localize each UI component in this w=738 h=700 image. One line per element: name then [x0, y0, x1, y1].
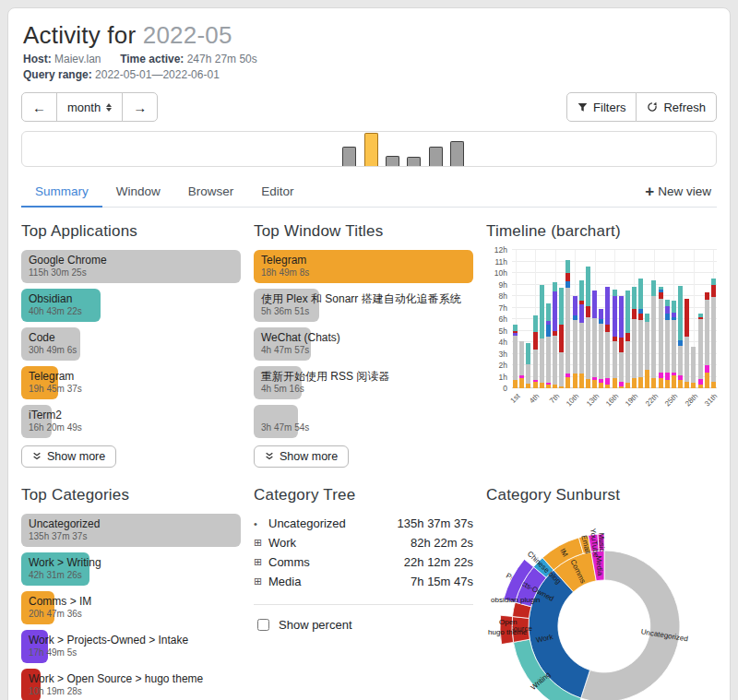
- top-categories-list: Uncategorized135h 37m 37sWork > Writing4…: [21, 514, 241, 700]
- item-duration: 5h 36m 51s: [261, 306, 466, 317]
- overview-bar-current[interactable]: [364, 133, 378, 166]
- timeline-bar-segment: [672, 301, 676, 313]
- overview-bar[interactable]: [386, 156, 399, 166]
- item-duration: 10h 19m 28s: [29, 686, 233, 697]
- filters-button[interactable]: Filters: [566, 92, 637, 122]
- refresh-button[interactable]: Refresh: [636, 92, 717, 122]
- list-item: 使用 Plex 和 Sonarr 搭建自动化追番系统5h 36m 51s: [254, 289, 473, 322]
- y-axis-label: 3h: [486, 350, 507, 359]
- tab-window[interactable]: Window: [102, 177, 174, 207]
- filter-refresh-group: Filters Refresh: [566, 92, 717, 122]
- show-percent-checkbox[interactable]: [257, 619, 269, 631]
- category-tree-row[interactable]: ⊞Media7h 15m 47s: [254, 572, 473, 591]
- select-caret-icon: [106, 103, 112, 112]
- new-view-button[interactable]: + New view: [639, 176, 717, 207]
- timeline-bar-segment: [559, 325, 564, 352]
- timeline-bar: [632, 287, 637, 388]
- timeline-bar: [625, 291, 630, 388]
- overview-bar[interactable]: [407, 157, 421, 166]
- prev-period-button[interactable]: ←: [21, 92, 57, 122]
- sunburst-label: Music: [597, 532, 606, 552]
- timeline-bar-segment: [526, 343, 530, 364]
- y-axis-label: 2h: [486, 361, 507, 370]
- funnel-icon: [577, 102, 588, 113]
- activity-overview-chart[interactable]: [21, 131, 717, 167]
- item-title: Comms > IM: [29, 595, 233, 608]
- timeline-bar: [691, 347, 696, 388]
- timeline-bar: [613, 290, 617, 389]
- timeline-bar: [711, 279, 716, 388]
- timeline-bar-segment: [579, 323, 584, 374]
- item-title: Code: [29, 331, 233, 344]
- category-tree-row[interactable]: ⊞Work82h 22m 2s: [254, 533, 473, 552]
- category-tree-row[interactable]: ⊞Comms22h 12m 22s: [254, 552, 473, 572]
- timeline-bar-segment: [605, 332, 610, 378]
- timeline-bar-segment: [651, 296, 656, 378]
- timeline-bar-segment: [546, 337, 551, 383]
- timeline-bar-segment: [533, 332, 538, 350]
- list-item: Work > Writing42h 31m 26s: [21, 552, 241, 586]
- timeline-bar-segment: [605, 378, 610, 386]
- expand-icon[interactable]: ⊞: [254, 575, 268, 587]
- list-item: Obsidian40h 43m 22s: [21, 289, 241, 322]
- item-title: Telegram: [29, 370, 233, 383]
- period-nav-group: ← month →: [21, 92, 158, 122]
- period-select-value: month: [67, 101, 101, 114]
- timeline-barchart: 01h2h3h4h5h6h7h8h9h10h11h12h 1st4th7th10…: [486, 250, 717, 412]
- overview-bar[interactable]: [342, 147, 356, 166]
- timeline-bar-segment: [579, 374, 584, 388]
- category-duration: 135h 37m 37s: [398, 516, 473, 530]
- double-chevron-down-icon: [265, 452, 274, 461]
- top-window-titles-list: Telegram18h 49m 8s使用 Plex 和 Sonarr 搭建自动化…: [254, 250, 473, 438]
- tab-editor[interactable]: Editor: [247, 177, 307, 207]
- period-select[interactable]: month: [56, 92, 123, 122]
- category-duration: 7h 15m 47s: [411, 575, 473, 588]
- summary-grid: Top Applications Google Chrome115h 30m 2…: [21, 222, 717, 700]
- timeline-bar-segment: [698, 319, 703, 379]
- timeline-bar: [546, 303, 551, 388]
- timeline-bar-segment: [625, 333, 630, 341]
- timeline-bar: [665, 300, 670, 388]
- x-axis-label: 10th: [565, 392, 580, 408]
- tab-summary[interactable]: Summary: [21, 177, 102, 208]
- timeline-bar: [705, 292, 709, 388]
- timeline-bar-segment: [665, 314, 670, 321]
- next-period-button[interactable]: →: [122, 92, 158, 122]
- time-active-label: Time active:: [120, 53, 184, 65]
- timeline-bar: [678, 286, 683, 388]
- overview-bar[interactable]: [450, 141, 464, 166]
- item-duration: 115h 30m 25s: [29, 267, 233, 279]
- timeline-bar-segment: [638, 279, 643, 309]
- expand-icon[interactable]: ⊞: [254, 556, 268, 568]
- item-title: [261, 409, 466, 421]
- item-title: 重新开始使用 RSS 阅读器: [261, 370, 466, 383]
- category-tree-row: •Uncategorized135h 37m 37s: [254, 514, 473, 533]
- show-percent-toggle[interactable]: Show percent: [254, 616, 473, 634]
- timeline-bar-segment: [546, 303, 551, 321]
- timeline-bar-segment: [665, 300, 670, 307]
- tab-browser[interactable]: Browser: [174, 177, 248, 207]
- show-more-button[interactable]: Show more: [254, 445, 349, 468]
- section-timeline: Timeline (barchart) 01h2h3h4h5h6h7h8h9h1…: [486, 222, 717, 468]
- expand-icon[interactable]: ⊞: [254, 537, 268, 549]
- timeline-bar-segment: [638, 320, 643, 376]
- item-duration: 135h 37m 37s: [29, 531, 233, 542]
- section-title-top-categories: Top Categories: [21, 486, 241, 504]
- timeline-bar-segment: [613, 296, 617, 337]
- timeline-bar-segment: [573, 296, 577, 315]
- double-chevron-down-icon: [32, 452, 42, 461]
- y-axis-label: 5h: [486, 326, 507, 336]
- timeline-bar-segment: [672, 320, 676, 372]
- list-item: WeChat (Chats)4h 47m 57s: [254, 327, 473, 361]
- title-period: 2022-05: [143, 21, 232, 49]
- overview-bar[interactable]: [429, 147, 443, 166]
- timeline-bar: [672, 301, 676, 388]
- item-duration: 42h 31m 26s: [29, 570, 233, 581]
- x-axis-label: 19th: [624, 392, 639, 408]
- timeline-bar: [553, 282, 557, 388]
- timeline-bar-segment: [638, 314, 643, 321]
- timeline-bar-segment: [586, 379, 590, 388]
- timeline-bar-segment: [705, 365, 709, 373]
- show-more-button[interactable]: Show more: [21, 445, 116, 468]
- category-name: Comms: [268, 555, 404, 569]
